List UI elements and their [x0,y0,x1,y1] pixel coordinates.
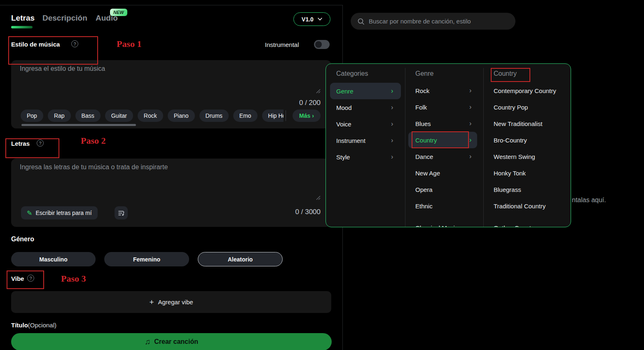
menu-item-blues[interactable]: Blues [415,115,431,132]
menu-column-divider [483,68,484,227]
chip-rock[interactable]: Rock [138,110,163,122]
search-placeholder: Buscar por nombre de canción, estilo [369,18,471,25]
chip-guitar[interactable]: Guitar [105,110,133,122]
menu-item-country-pop[interactable]: Country Pop [494,99,528,115]
chip-rap[interactable]: Rap [48,110,71,122]
lyrics-card: Ingresa las letras de tu música o trata … [11,159,331,227]
lyrics-options-button[interactable] [115,206,128,219]
write-lyrics-button[interactable]: ✎ Escribir letras para mí [21,206,98,219]
new-badge: NEW [110,9,127,16]
style-textarea[interactable]: Ingresa el estilo de tu música [20,65,105,72]
chevron-right-icon: › [469,115,471,132]
chevron-right-icon: › [312,112,314,119]
title-label-bold: Título [11,322,28,329]
menu-item-rock[interactable]: Rock [415,82,429,99]
gender-aleatorio-button[interactable]: Aleatorio [198,252,283,266]
title-optional-label: (Opcional) [28,322,56,329]
help-icon[interactable]: ? [27,275,34,282]
chevron-right-icon: › [469,132,471,148]
menu-item-bro-country[interactable]: Bro-Country [494,132,527,148]
tab-descripcion[interactable]: Descripción [42,14,87,23]
top-divider [0,5,342,5]
lyrics-section-label: Letras [11,140,30,147]
categories-header: Categories [336,70,368,77]
chevron-down-icon [318,18,322,21]
version-label: V1.0 [302,16,314,23]
more-label: Más [299,112,310,119]
add-vibe-label: Agregar vibe [158,299,193,306]
add-vibe-button[interactable]: + Agregar vibe [11,291,331,313]
vibe-section-label: Vibe [11,275,24,282]
tab-letras[interactable]: Letras [11,14,35,23]
chip-drums[interactable]: Drums [199,110,229,122]
menu-item-mood[interactable]: Mood [336,99,352,116]
resize-handle-icon[interactable] [316,196,321,200]
chips-separator [286,110,286,121]
create-song-label: Crear canción [154,338,198,345]
chevron-right-icon: › [391,83,393,99]
menu-item-dance[interactable]: Dance [415,148,433,165]
more-chips-button[interactable]: Más › [293,110,321,122]
version-dropdown[interactable]: V1.0 [293,12,330,26]
menu-item-classical-clipped[interactable]: Classical Music [415,219,458,227]
chevron-right-icon: › [469,148,471,165]
menu-item-ethnic[interactable]: Ethnic [415,198,433,214]
chips-scrollbar[interactable] [21,124,136,126]
menu-item-honky-tonk[interactable]: Honky Tonk [494,165,526,181]
categories-menu-panel: Categories Genre › Mood › Voice › Instru… [326,63,571,227]
chip-pop[interactable]: Pop [21,110,43,122]
app-screen: Letras Descripción Audio NEW V1.0 Buscar… [0,0,644,350]
chevron-right-icon: › [391,149,393,165]
chevron-right-icon: › [469,99,471,115]
chevron-right-icon: › [391,116,393,132]
menu-item-outlaw-clipped[interactable]: Outlaw Country [494,219,536,227]
menu-item-folk[interactable]: Folk [415,99,427,115]
plus-icon: + [149,298,154,307]
resize-handle-icon[interactable] [316,89,321,93]
style-chips-row: Pop Rap Bass Guitar Rock Piano Drums Emo… [21,110,283,123]
title-section-label: Título(Opcional) [11,322,56,329]
menu-item-instrument[interactable]: Instrument [336,132,365,149]
menu-item-traditional-country[interactable]: Traditional Country [494,198,546,214]
annotation-paso3: Paso 3 [61,273,86,284]
instrumental-label: Instrumental [265,41,299,48]
style-card: Ingresa el estilo de tu música 0 / 200 P… [11,60,331,128]
menu-item-genre[interactable]: Genre [336,83,354,99]
chevron-right-icon: › [391,132,393,149]
lyrics-list-icon [118,210,125,217]
style-char-counter: 0 / 200 [299,99,321,107]
chip-emo[interactable]: Emo [233,110,258,122]
gender-masculino-button[interactable]: Masculino [11,252,96,266]
country-header: Country [494,70,517,77]
menu-item-contemporary-country[interactable]: Contemporary Country [494,82,556,99]
instrumental-toggle[interactable] [314,40,330,49]
search-icon [357,18,365,25]
chip-piano[interactable]: Piano [168,110,195,122]
write-lyrics-label: Escribir letras para mí [35,210,91,216]
menu-item-voice[interactable]: Voice [336,116,351,132]
menu-item-bluegrass[interactable]: Bluegrass [494,181,521,198]
lyrics-textarea[interactable]: Ingresa las letras de tu música o trata … [20,163,168,171]
chip-bass[interactable]: Bass [75,110,101,122]
chevron-right-icon: › [469,82,471,99]
pencil-icon: ✎ [27,209,32,217]
chevron-right-icon: › [391,99,393,116]
menu-item-new-age[interactable]: New Age [415,165,440,181]
right-panel-partial-text: ntalas aquí. [572,196,606,204]
lyrics-char-counter: 0 / 3000 [295,208,321,216]
menu-item-opera[interactable]: Opera [415,181,433,198]
style-section-label: Estilo de música [11,41,60,48]
music-notes-icon: ♫ [145,337,150,346]
active-tab-underline [11,26,33,28]
menu-item-western-swing[interactable]: Western Swing [494,148,535,165]
help-icon[interactable]: ? [71,40,78,47]
chip-hiphop[interactable]: Hip Hop [262,110,283,122]
menu-item-new-traditionalist[interactable]: New Traditionalist [494,115,542,132]
toggle-knob [315,41,322,48]
menu-item-style[interactable]: Style [336,149,350,165]
help-icon[interactable]: ? [37,140,44,147]
menu-item-country[interactable]: Country [415,132,437,148]
gender-femenino-button[interactable]: Femenino [104,252,189,266]
create-song-button[interactable]: ♫ Crear canción [11,333,332,350]
search-input[interactable]: Buscar por nombre de canción, estilo [351,13,515,30]
